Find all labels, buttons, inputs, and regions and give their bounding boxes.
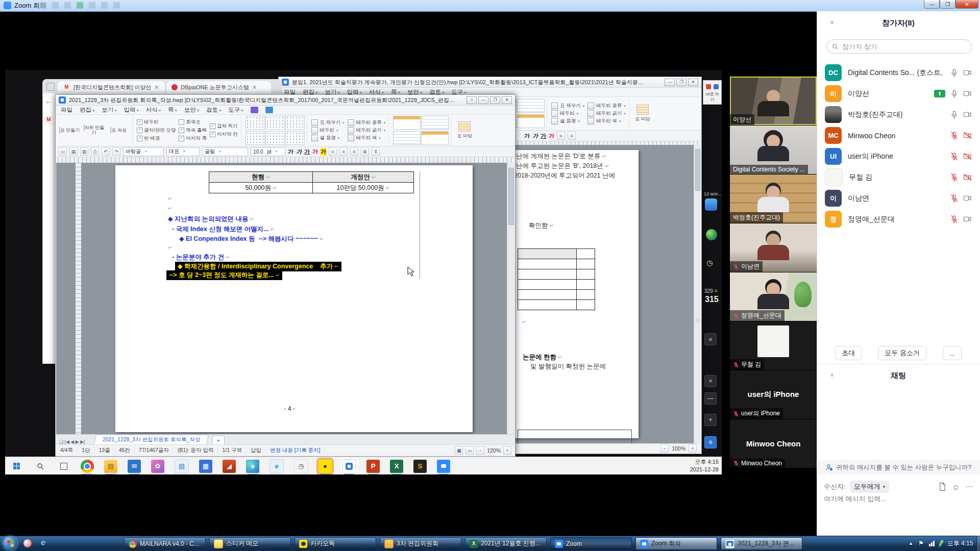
taskbar-button[interactable]: Zoom	[550, 537, 632, 550]
alarms-icon[interactable]: ◷	[294, 459, 308, 473]
video-tile[interactable]: user의 iPhone user의 iPhone	[730, 370, 817, 419]
menu-page[interactable]: 쪽	[168, 106, 177, 114]
restore-button[interactable]: ❐	[940, 0, 955, 9]
participant-row[interactable]: 이 이양선 ⬆	[817, 83, 980, 104]
chat-more-icon[interactable]: ⋯	[965, 482, 973, 491]
minimize-button[interactable]: —	[665, 79, 675, 86]
tray-clock[interactable]: 오후 4:15	[947, 539, 973, 548]
menu-file[interactable]: 파일	[61, 106, 72, 114]
taskbar-button[interactable]: MAILNARA v4.0 - C...	[124, 537, 206, 550]
video-tile[interactable]: Digital Contents Society ...	[730, 126, 817, 174]
zoom-app-icon[interactable]	[437, 460, 450, 473]
tray-expand-icon[interactable]: ▲	[909, 541, 913, 546]
app-shortcut-icon[interactable]	[714, 84, 719, 89]
new-doc-icon[interactable]: ▭	[59, 147, 67, 156]
border-dropdown[interactable]: 테두리	[311, 127, 345, 134]
font-color-button[interactable]: 가	[312, 148, 318, 156]
browser-tab[interactable]: DBpiaONE 논문투고시스템 ✕	[166, 81, 271, 93]
table-style-gallery[interactable]	[392, 116, 451, 144]
mute-all-button[interactable]: 모두 음소거	[878, 346, 926, 360]
participant-row[interactable]: UI user의 iPhone	[817, 146, 980, 167]
matlab-icon[interactable]: ◢	[223, 460, 236, 473]
open-icon[interactable]: ▤	[69, 147, 78, 156]
check-border[interactable]: ✓테두리	[137, 119, 176, 126]
bold-button[interactable]: 가	[524, 132, 530, 140]
bold-button[interactable]: 가	[288, 148, 293, 156]
create-table-button[interactable]: 표 만들기	[59, 128, 80, 133]
kakaotalk-icon[interactable]: ●	[318, 460, 332, 473]
start-icon[interactable]	[10, 460, 23, 473]
video-tile[interactable]: 이남연	[730, 223, 817, 272]
help-button[interactable]: ?	[467, 96, 477, 104]
align-left-icon[interactable]: ≡	[329, 147, 337, 156]
maximize-button[interactable]: ❐	[676, 79, 687, 86]
mic-icon[interactable]	[950, 68, 959, 77]
minimize-button[interactable]: —	[478, 96, 488, 104]
font-size-select[interactable]: 10.0 pt	[251, 147, 285, 156]
line-spacing-icon[interactable]: ⇕	[372, 147, 380, 156]
border-width-dropdown[interactable]: 테두리 굵기	[587, 110, 626, 117]
invite-button[interactable]: 초대	[835, 346, 862, 360]
zoom-in-icon[interactable]: +	[689, 444, 697, 453]
participant-row[interactable]: MC Minwoo Cheon	[817, 125, 980, 146]
border-dropdown[interactable]: 테두리	[551, 110, 584, 117]
photos-icon[interactable]: ✿	[151, 460, 164, 473]
network-icon[interactable]	[929, 541, 935, 546]
taskbar-button[interactable]: 카카오톡	[295, 537, 376, 550]
border-type-dropdown[interactable]: 테두리 종류	[348, 119, 386, 126]
edge-icon[interactable]: e	[246, 460, 259, 473]
action-center-flag-icon[interactable]: ⚑	[918, 540, 924, 547]
table-madang-button[interactable]: 표 마당	[454, 116, 475, 144]
taskbar-button[interactable]: X 2021년 12월호 진행...	[465, 537, 547, 550]
video-tile[interactable]: 무철 김	[730, 321, 817, 370]
editor-icon[interactable]: S	[413, 460, 427, 473]
camera-icon[interactable]	[963, 68, 972, 77]
task-view-icon[interactable]	[57, 460, 70, 473]
border-type-dropdown[interactable]: 테두리 종류	[587, 103, 626, 109]
emoji-icon[interactable]: ☺	[952, 483, 960, 491]
taskbar-button[interactable]: 스티커 메모	[209, 537, 291, 550]
recipient-dropdown[interactable]: 모두에게▾	[850, 481, 890, 493]
search-icon[interactable]	[34, 460, 47, 473]
check-char-shape[interactable]: ✓글자/판면 모양	[137, 127, 176, 134]
align-center-icon[interactable]: ≡	[568, 132, 576, 140]
close-button[interactable]: ✕	[955, 0, 978, 9]
excel-icon[interactable]: X	[390, 460, 403, 473]
underline-button[interactable]: 가	[541, 132, 546, 140]
menu-format[interactable]: 서식	[146, 106, 161, 114]
mic-icon[interactable]	[950, 110, 959, 119]
video-tile[interactable]: Minwoo Cheon Minwoo Cheon	[730, 419, 817, 468]
status-track-changes[interactable]: 변경 내용 [기록 중지]	[266, 447, 325, 454]
check-last-cell[interactable]: ✓마지막 칸	[210, 131, 238, 138]
menu-security[interactable]: 보안	[184, 106, 199, 114]
ie-icon[interactable]: e	[270, 459, 284, 473]
start-button[interactable]	[3, 536, 17, 550]
close-button[interactable]: ✕	[502, 96, 512, 104]
nateon-pen-icon[interactable]	[938, 540, 944, 547]
new-tab-button[interactable]: +	[212, 436, 225, 444]
notes-icon[interactable]: ▤	[175, 459, 189, 473]
align-center-icon[interactable]: ≡	[339, 147, 348, 156]
check-continue-print[interactable]: ✓계속 출력	[179, 127, 207, 134]
participant-row[interactable]: 이 이남연	[817, 188, 980, 209]
zoom-out-icon[interactable]: −	[476, 446, 484, 455]
hwp-front-vscrollbar[interactable]	[507, 163, 514, 434]
participant-row[interactable]: 박정호(진주교대)	[817, 104, 980, 125]
check-overlap[interactable]: ✓겹쳐 찍기	[210, 123, 238, 130]
annotate-icon[interactable]	[40, 2, 46, 9]
check-empty-bg[interactable]: ✓빈 배경	[137, 135, 176, 142]
show-desktop-button[interactable]	[976, 536, 980, 551]
hwp-icon[interactable]	[342, 459, 356, 473]
underline-button[interactable]: 가	[304, 148, 310, 156]
participant-row[interactable]: 무철 김	[817, 167, 980, 188]
shared-desktop-clock[interactable]: 오후 4:15 2021-12-28	[690, 458, 719, 473]
file-attach-icon[interactable]	[939, 483, 946, 491]
camera-off-icon[interactable]	[963, 173, 972, 182]
camera-icon[interactable]	[963, 194, 972, 203]
camera-off-icon[interactable]	[963, 131, 972, 140]
check-last-page[interactable]: ✓마지막 쪽	[179, 135, 207, 142]
minimize-button[interactable]: —	[924, 0, 940, 9]
video-tile[interactable]: 정영애_선문대	[730, 272, 817, 321]
border-color-dropdown[interactable]: 테두리 색	[587, 118, 626, 124]
muted-mic-icon[interactable]	[950, 152, 959, 161]
